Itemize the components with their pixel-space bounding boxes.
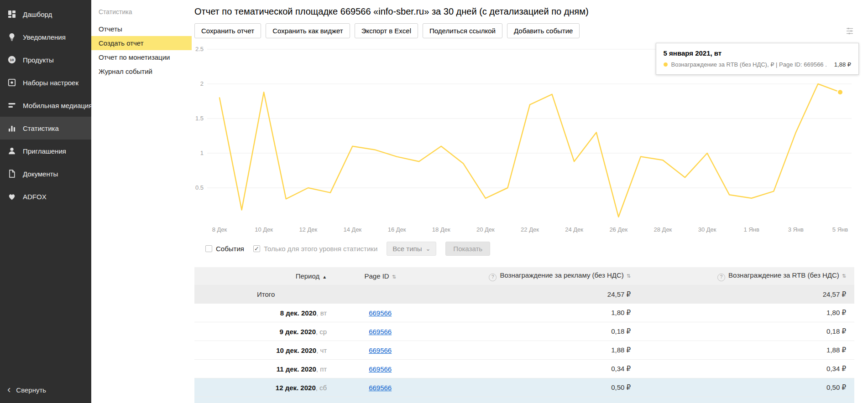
svg-text:3 Янв: 3 Янв bbox=[788, 226, 804, 233]
pageid-cell: 669566 bbox=[337, 397, 424, 403]
sidebar-item-adfox[interactable]: ADFOX bbox=[0, 185, 91, 208]
add-event-button[interactable]: Добавить событие bbox=[507, 23, 580, 38]
period-cell: 11 дек. 2020, пт bbox=[194, 360, 337, 378]
series-dot-icon bbox=[664, 62, 668, 67]
submenu-item-create-report[interactable]: Создать отчет bbox=[91, 36, 192, 50]
reward-ad-cell: 0,34 ₽ bbox=[424, 360, 639, 378]
type-select[interactable]: Все типы bbox=[387, 242, 436, 256]
tooltip-value: 1,88 ₽ bbox=[834, 61, 851, 68]
submenu-item-monetization-report[interactable]: Отчет по монетизации bbox=[91, 50, 192, 64]
svg-text:10: 10 bbox=[10, 58, 14, 62]
page-id-link[interactable]: 669566 bbox=[369, 309, 392, 317]
type-select-value: Все типы bbox=[392, 245, 422, 253]
collapse-label: Свернуть bbox=[16, 386, 46, 394]
sidebar-item-label: Мобильная медиация bbox=[23, 102, 92, 109]
svg-text:5 Янв: 5 Янв bbox=[832, 226, 848, 233]
date-label: 11 дек. 2020 bbox=[277, 365, 316, 373]
reward-ad-cell: 1,88 ₽ bbox=[424, 341, 639, 360]
table-row: 9 дек. 2020, ср6695660,18 ₽0,18 ₽ bbox=[194, 322, 854, 341]
sidebar-item-notifications[interactable]: Уведомления bbox=[0, 26, 91, 48]
column-header-page-id[interactable]: Page ID bbox=[337, 267, 424, 285]
toolbar-buttons: Сохранить отчетСохранить как виджетЭкспо… bbox=[194, 23, 580, 38]
reward-rtb-cell: 0,18 ₽ bbox=[639, 322, 854, 341]
page-id-link[interactable]: 669566 bbox=[369, 384, 392, 392]
submenu-title: Статистика bbox=[91, 8, 192, 16]
toolbar: Сохранить отчетСохранить как виджетЭкспо… bbox=[194, 23, 854, 38]
sidebar-item-label: ADFOX bbox=[23, 193, 47, 201]
sidebar-item-products[interactable]: 10Продукты bbox=[0, 48, 91, 71]
pageid-cell: 669566 bbox=[337, 341, 424, 360]
submenu-items: ОтчетыСоздать отчетОтчет по монетизацииЖ… bbox=[91, 22, 192, 78]
sort-icon[interactable] bbox=[627, 273, 631, 279]
period-cell: 8 дек. 2020, вт bbox=[194, 304, 337, 322]
reward-ad-cell: 0,43 ₽ bbox=[424, 397, 639, 403]
pageid-cell: 669566 bbox=[337, 378, 424, 397]
submenu-item-reports[interactable]: Отчеты bbox=[91, 22, 192, 36]
sidebar: ДашбордУведомления10ПродуктыНаборы настр… bbox=[0, 0, 91, 403]
date-label: 10 дек. 2020 bbox=[276, 346, 316, 354]
day-of-week-label: , сб bbox=[316, 384, 327, 392]
show-button[interactable]: Показать bbox=[445, 242, 490, 256]
sidebar-item-label: Дашборд bbox=[23, 10, 52, 18]
sidebar-item-invitations[interactable]: Приглашения bbox=[0, 140, 91, 162]
day-of-week-label: , вт bbox=[316, 309, 327, 317]
column-header-period[interactable]: Период bbox=[194, 267, 337, 285]
pageid-cell: 669566 bbox=[337, 304, 424, 322]
page-id-link[interactable]: 669566 bbox=[369, 365, 392, 373]
app: ДашбордУведомления10ПродуктыНаборы настр… bbox=[0, 0, 868, 403]
sidebar-item-dashboard[interactable]: Дашборд bbox=[0, 3, 91, 26]
svg-text:26 Дек: 26 Дек bbox=[609, 226, 627, 233]
reward-rtb-cell: 1,80 ₽ bbox=[639, 304, 854, 322]
column-header-label: Период bbox=[296, 272, 320, 280]
svg-text:28 Дек: 28 Дек bbox=[654, 226, 672, 233]
help-icon[interactable] bbox=[489, 274, 497, 281]
column-header-reward-rtb[interactable]: Вознаграждение за RTB (без НДС) bbox=[639, 267, 854, 285]
help-icon[interactable] bbox=[717, 274, 725, 281]
svg-text:8 Дек: 8 Дек bbox=[212, 226, 227, 233]
reward-ad-cell: 0,50 ₽ bbox=[424, 378, 639, 397]
sort-icon[interactable] bbox=[842, 273, 846, 279]
save-as-widget-button[interactable]: Сохранить как виджет bbox=[266, 23, 350, 38]
date-label: 8 дек. 2020 bbox=[280, 309, 317, 317]
page-id-link[interactable]: 669566 bbox=[369, 346, 392, 354]
save-report-button[interactable]: Сохранить отчет bbox=[194, 23, 261, 38]
adfox-icon bbox=[7, 192, 16, 201]
table-head: ПериодPage IDВознаграждение за рекламу (… bbox=[194, 267, 854, 285]
chevron-left-icon: ‹ bbox=[7, 385, 10, 395]
sidebar-item-statistics[interactable]: Статистика bbox=[0, 117, 91, 140]
main-content: Отчет по тематической площадке 669566 «i… bbox=[192, 0, 868, 403]
tooltip-date: 5 января 2021, вт bbox=[664, 49, 851, 57]
sidebar-item-label: Статистика bbox=[23, 124, 59, 132]
statistics-submenu: Статистика ОтчетыСоздать отчетОтчет по м… bbox=[91, 0, 192, 403]
export-excel-button[interactable]: Экспорт в Excel bbox=[355, 23, 418, 38]
svg-text:1 Янв: 1 Янв bbox=[744, 226, 759, 233]
table-row: 8 дек. 2020, вт6695661,80 ₽1,80 ₽ bbox=[194, 304, 854, 322]
settings-sets-icon bbox=[7, 78, 16, 87]
svg-text:30 Дек: 30 Дек bbox=[698, 226, 716, 233]
svg-text:2: 2 bbox=[200, 80, 204, 87]
level-checkbox-label: Только для этого уровня статистики bbox=[264, 245, 377, 253]
submenu-item-events-log[interactable]: Журнал событий bbox=[91, 64, 192, 78]
products-icon: 10 bbox=[7, 55, 16, 64]
chart-settings-icon[interactable] bbox=[845, 26, 854, 36]
sidebar-item-documents[interactable]: Документы bbox=[0, 162, 91, 185]
table-row: 11 дек. 2020, пт6695660,34 ₽0,34 ₽ bbox=[194, 360, 854, 378]
sidebar-item-settings-sets[interactable]: Наборы настроек bbox=[0, 71, 91, 94]
svg-text:14 Дек: 14 Дек bbox=[344, 226, 362, 233]
level-checkbox[interactable]: Только для этого уровня статистики bbox=[253, 245, 377, 253]
sort-icon[interactable] bbox=[392, 274, 396, 279]
table-row: 10 дек. 2020, чт6695661,88 ₽1,88 ₽ bbox=[194, 341, 854, 360]
page-id-link[interactable]: 669566 bbox=[369, 328, 392, 336]
collapse-button[interactable]: ‹ Свернуть bbox=[0, 380, 91, 399]
period-cell: 10 дек. 2020, чт bbox=[194, 341, 337, 360]
column-header-reward-ad[interactable]: Вознаграждение за рекламу (без НДС) bbox=[424, 267, 639, 285]
sort-ascending-icon[interactable] bbox=[322, 274, 327, 279]
day-of-week-label: , пт bbox=[316, 365, 327, 373]
events-checkbox[interactable]: События bbox=[205, 245, 244, 253]
sidebar-item-mobile-mediation[interactable]: Мобильная медиация bbox=[0, 94, 91, 117]
checkbox-unchecked-icon bbox=[205, 245, 212, 252]
statistics-icon bbox=[7, 124, 16, 133]
svg-text:0.5: 0.5 bbox=[195, 184, 204, 191]
tooltip-series-row: Вознаграждение за RTB (без НДС), ₽ | Pag… bbox=[664, 61, 851, 68]
share-link-button[interactable]: Поделиться ссылкой bbox=[423, 23, 502, 38]
